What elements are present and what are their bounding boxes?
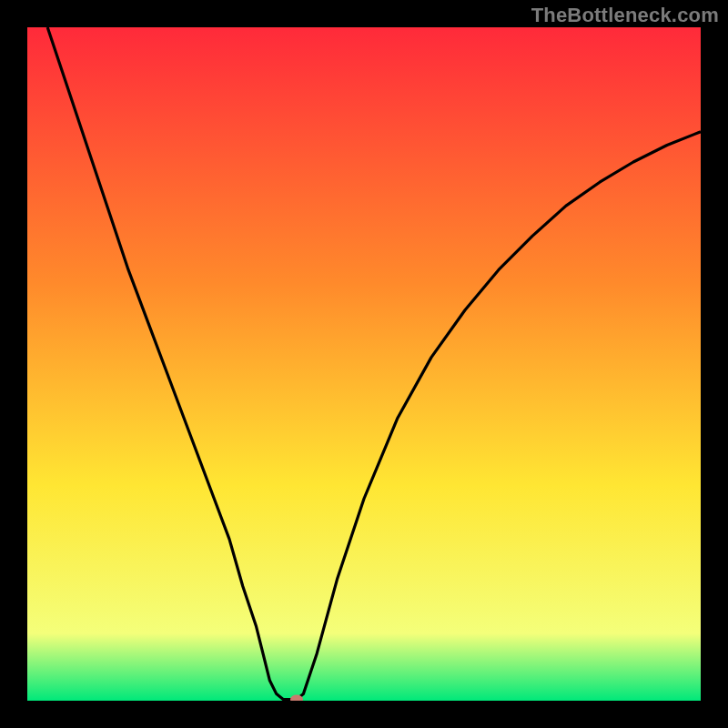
plot-area <box>27 27 701 701</box>
chart-container: TheBottleneck.com <box>0 0 728 728</box>
bottleneck-chart <box>27 27 701 701</box>
gradient-background <box>27 27 701 701</box>
watermark-text: TheBottleneck.com <box>531 4 719 27</box>
